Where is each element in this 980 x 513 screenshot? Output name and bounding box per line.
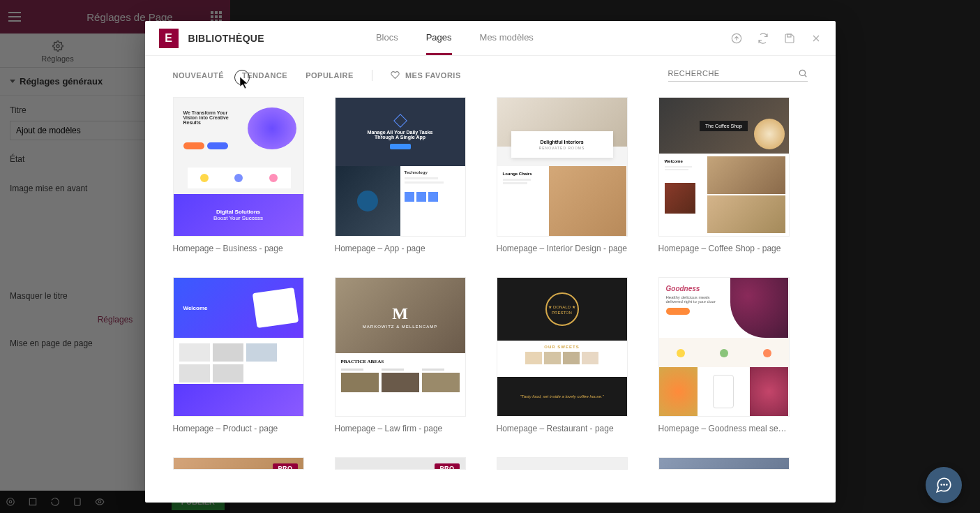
upload-icon[interactable] bbox=[731, 33, 742, 44]
search-icon[interactable] bbox=[798, 68, 808, 78]
svg-point-9 bbox=[799, 70, 805, 75]
filter-bar: NOUVEAUTÉ TENDANCE POPULAIRE MES FAVORIS bbox=[145, 56, 836, 91]
template-thumbnail: PRO The Coffee Shop Welcome bbox=[658, 97, 790, 237]
template-thumbnail: PRO bbox=[173, 457, 304, 470]
template-thumbnail: ★ DONALD ★PRESTON OUR SWEETS "Tasty food… bbox=[497, 277, 628, 417]
template-card[interactable]: ★ DONALD ★PRESTON OUR SWEETS "Tasty food… bbox=[497, 277, 628, 433]
search-input[interactable] bbox=[668, 69, 798, 77]
template-thumbnail: PRO GoodnessHealthy delicious mealsdeliv… bbox=[658, 277, 790, 417]
svg-point-11 bbox=[944, 484, 944, 485]
template-thumbnail bbox=[497, 457, 628, 470]
modal-overlay: E BIBLIOTHÈQUE Blocs Pages Mes modèles N… bbox=[0, 0, 980, 513]
template-thumbnail: We Transform Your Vision into Creative R… bbox=[173, 97, 304, 237]
modal-header-actions bbox=[731, 33, 822, 44]
chat-fab[interactable] bbox=[926, 467, 962, 503]
heart-icon bbox=[391, 70, 400, 80]
chat-icon bbox=[935, 476, 953, 494]
template-card[interactable]: PRO Delightful InteriorsRENOVATED ROOMS … bbox=[497, 97, 628, 253]
search-wrap bbox=[668, 68, 808, 82]
template-title: Homepage – Law firm - page bbox=[335, 424, 466, 433]
template-thumbnail bbox=[658, 457, 790, 470]
svg-point-12 bbox=[947, 484, 947, 485]
template-title: Homepage – Interior Design - page bbox=[497, 244, 628, 253]
template-title: Homepage – Coffee Shop - page bbox=[658, 244, 790, 253]
svg-point-10 bbox=[941, 484, 942, 485]
library-modal: E BIBLIOTHÈQUE Blocs Pages Mes modèles N… bbox=[145, 21, 836, 503]
template-card[interactable]: PRO GoodnessHealthy delicious mealsdeliv… bbox=[658, 277, 790, 433]
template-title: Homepage – Business - page bbox=[173, 244, 304, 253]
close-icon[interactable] bbox=[811, 33, 822, 44]
template-card[interactable]: M MARKOWITZ & MELLENCAMP PRACTICE AREAS … bbox=[335, 277, 466, 433]
template-thumbnail: M MARKOWITZ & MELLENCAMP PRACTICE AREAS bbox=[335, 277, 466, 417]
template-title: Homepage – Product - page bbox=[173, 424, 304, 433]
tab-models[interactable]: Mes modèles bbox=[480, 21, 534, 55]
template-card[interactable]: We Transform Your Vision into Creative R… bbox=[173, 97, 304, 253]
filter-favorites-label: MES FAVORIS bbox=[405, 71, 461, 80]
template-thumbnail: PRO Welcome bbox=[173, 277, 304, 417]
template-card[interactable]: PRO bbox=[173, 457, 304, 470]
template-card[interactable] bbox=[658, 457, 790, 470]
template-thumbnail: PRO bbox=[335, 457, 466, 470]
modal-title: BIBLIOTHÈQUE bbox=[188, 33, 264, 44]
template-thumbnail: Manage All Your Daily TasksThrough A Sin… bbox=[335, 97, 466, 237]
template-card[interactable] bbox=[497, 457, 628, 470]
template-card[interactable]: PRO Welcome Homepage – Product - page bbox=[173, 277, 304, 433]
template-thumbnail: PRO Delightful InteriorsRENOVATED ROOMS … bbox=[497, 97, 628, 237]
template-card[interactable]: PRO bbox=[335, 457, 466, 470]
filter-trend[interactable]: TENDANCE bbox=[242, 71, 287, 80]
template-grid: We Transform Your Vision into Creative R… bbox=[145, 91, 836, 503]
tab-pages[interactable]: Pages bbox=[426, 21, 452, 55]
modal-header: E BIBLIOTHÈQUE Blocs Pages Mes modèles bbox=[145, 21, 836, 56]
filter-favorites[interactable]: MES FAVORIS bbox=[391, 70, 461, 80]
template-card[interactable]: PRO The Coffee Shop Welcome Homepage – C… bbox=[658, 97, 790, 253]
tab-blocs[interactable]: Blocs bbox=[376, 21, 398, 55]
filter-popular[interactable]: POPULAIRE bbox=[306, 71, 354, 80]
pro-badge: PRO bbox=[435, 463, 459, 470]
template-title: Homepage – App - page bbox=[335, 244, 466, 253]
save-icon[interactable] bbox=[784, 33, 795, 44]
svg-rect-8 bbox=[787, 34, 790, 37]
separator bbox=[372, 70, 372, 81]
sync-icon[interactable] bbox=[757, 33, 769, 44]
modal-tabs: Blocs Pages Mes modèles bbox=[376, 21, 534, 55]
elementor-logo: E bbox=[159, 29, 179, 48]
filter-new[interactable]: NOUVEAUTÉ bbox=[173, 71, 225, 80]
template-title: Homepage – Goodness meal servi... bbox=[658, 424, 790, 433]
template-title: Homepage – Restaurant - page bbox=[497, 424, 628, 433]
pro-badge: PRO bbox=[273, 463, 297, 470]
template-card[interactable]: Manage All Your Daily TasksThrough A Sin… bbox=[335, 97, 466, 253]
